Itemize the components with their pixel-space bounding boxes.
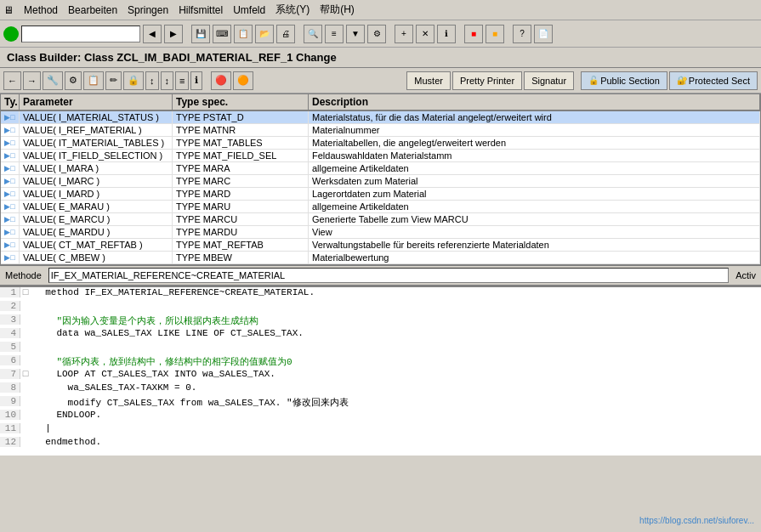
action-toolbar: ← → 🔧 ⚙ 📋 ✏ 🔒 ↕ ↕ ≡ ℹ 🔴 🟠 Muster Pretty … — [0, 68, 761, 93]
signatur-btn[interactable]: Signatur — [524, 71, 574, 90]
cell-description: Materialnummer — [309, 124, 760, 136]
menu-help[interactable]: 帮助(H) — [320, 3, 355, 17]
table-row[interactable]: ▶□ VALUE( IT_FIELD_SELECTION ) TYPE MAT_… — [1, 150, 760, 162]
method-input[interactable] — [48, 268, 729, 283]
print-btn[interactable]: 🖨 — [276, 25, 295, 43]
table-row[interactable]: ▶□ VALUE( CT_MAT_REFTAB ) TYPE MAT_REFTA… — [1, 239, 760, 252]
pretty-printer-btn[interactable]: Pretty Printer — [452, 71, 522, 90]
cell-typespec: TYPE MARDU — [173, 226, 309, 238]
code-line: 12 endmethod. — [0, 437, 761, 450]
line-number: 6 — [0, 355, 20, 365]
status-indicator — [3, 26, 19, 42]
line-content[interactable]: "循环内表，放到结构中，修结构中的相字段的值赋值为0 — [31, 355, 292, 368]
menu-hilfsmittel[interactable]: Hilfsmittel — [179, 4, 223, 16]
table-row[interactable]: ▶□ VALUE( E_MARAU ) TYPE MARU allgemeine… — [1, 201, 760, 213]
table-row[interactable]: ▶□ VALUE( I_REF_MATERIAL ) TYPE MATNR Ma… — [1, 124, 760, 137]
menu-icon: 🖥 — [3, 4, 14, 16]
nav-fwd-btn[interactable]: ▶ — [164, 25, 183, 43]
tool7-btn[interactable]: ↕ — [161, 71, 174, 90]
line-number: 5 — [0, 342, 20, 352]
tool5-btn[interactable]: 🔒 — [123, 71, 144, 90]
tool6-btn[interactable]: ↕ — [145, 71, 159, 90]
red-btn[interactable]: ■ — [464, 25, 483, 43]
code-line: 1 □ method IF_EX_MATERIAL_REFERENCE~CREA… — [0, 287, 761, 301]
code-line: 5 — [0, 342, 761, 355]
cell-typespec: TYPE MBEW — [173, 252, 309, 263]
line-number: 1 — [0, 287, 20, 297]
line-number: 3 — [0, 314, 20, 325]
muster-btn[interactable]: Muster — [406, 71, 451, 90]
tool8-btn[interactable]: ≡ — [175, 71, 189, 90]
line-content[interactable]: method IF_EX_MATERIAL_REFERENCE~CREATE_M… — [31, 287, 315, 297]
row-icon: ▶□ — [1, 188, 20, 200]
line-content[interactable]: wa_SALES_TAX-TAXKM = 0. — [31, 382, 196, 393]
new-btn[interactable]: + — [395, 25, 413, 43]
table-row[interactable]: ▶□ VALUE( IT_MATERIAL_TABLES ) TYPE MAT_… — [1, 137, 760, 150]
protected-section-btn[interactable]: 🔐 Protected Sect — [669, 71, 758, 90]
tool11-btn[interactable]: 🟠 — [233, 71, 253, 90]
cell-description: Materialstatus, für die das Material ang… — [309, 111, 760, 123]
line-content[interactable]: ENDLOOP. — [31, 410, 101, 420]
row-icon: ▶□ — [1, 137, 20, 149]
doc-btn[interactable]: 📄 — [534, 25, 553, 43]
menu-umfeld[interactable]: Umfeld — [233, 4, 265, 16]
tool4-btn[interactable]: ✏ — [105, 71, 122, 90]
title-bar: Class Builder: Class ZCL_IM_BADI_MATERIA… — [0, 48, 761, 68]
line-content[interactable]: modify CT_SALES_TAX from wa_SALES_TAX. "… — [31, 396, 349, 409]
col-parameter: Parameter — [20, 94, 173, 110]
tool10-btn[interactable]: 🔴 — [211, 71, 231, 90]
line-collapse-btn[interactable]: □ — [20, 287, 31, 297]
watermark: https://blog.csdn.net/siuforev... — [639, 516, 754, 525]
line-content[interactable]: LOOP AT CT_SALES_TAX INTO wa_SALES_TAX. — [31, 369, 275, 379]
cell-parameter: VALUE( IT_FIELD_SELECTION ) — [20, 150, 173, 161]
line-content[interactable]: "因为输入变量是个内表，所以根据内表生成结构 — [31, 314, 258, 327]
line-collapse-btn[interactable]: □ — [20, 369, 31, 379]
cell-typespec: TYPE PSTAT_D — [173, 111, 309, 123]
menu-springen[interactable]: Springen — [128, 4, 168, 16]
line-content[interactable]: endmethod. — [31, 437, 101, 447]
row-icon: ▶□ — [1, 213, 20, 225]
tool3-btn[interactable]: 📋 — [83, 71, 104, 90]
cell-description: Generierte Tabelle zum View MARCU — [309, 213, 760, 225]
menu-system[interactable]: 系统(Y) — [275, 3, 310, 17]
table-row[interactable]: ▶□ VALUE( I_MARC ) TYPE MARC Werksdaten … — [1, 175, 760, 188]
code-editor[interactable]: 1 □ method IF_EX_MATERIAL_REFERENCE~CREA… — [0, 287, 761, 456]
tool1-btn[interactable]: 🔧 — [43, 71, 63, 90]
code-section: 1 □ method IF_EX_MATERIAL_REFERENCE~CREA… — [0, 286, 761, 456]
find-btn[interactable]: 🔍 — [304, 25, 322, 43]
toolbar-input[interactable] — [21, 25, 140, 42]
copy-btn[interactable]: 📋 — [234, 25, 253, 43]
shortcut-btn[interactable]: ⌨ — [213, 25, 231, 43]
info-btn[interactable]: ℹ — [437, 25, 456, 43]
line-content[interactable]: data wa_SALES_TAX LIKE LINE OF CT_SALES_… — [31, 328, 304, 338]
orange-btn[interactable]: ■ — [486, 25, 504, 43]
menu-bearbeiten[interactable]: Bearbeiten — [68, 4, 117, 16]
table-row[interactable]: ▶□ VALUE( E_MARDU ) TYPE MARDU View — [1, 226, 760, 239]
table-row[interactable]: ▶□ VALUE( I_MATERIAL_STATUS ) TYPE PSTAT… — [1, 111, 760, 124]
table-row[interactable]: ▶□ VALUE( I_MARD ) TYPE MARD Lagerortdat… — [1, 188, 760, 201]
tool2-btn[interactable]: ⚙ — [65, 71, 82, 90]
settings-btn[interactable]: ⚙ — [367, 25, 386, 43]
code-line: 10 ENDLOOP. — [0, 410, 761, 423]
nav-back-btn[interactable]: ◀ — [143, 25, 162, 43]
table-row[interactable]: ▶□ VALUE( I_MARA ) TYPE MARA allgemeine … — [1, 162, 760, 175]
back-btn[interactable]: ← — [3, 71, 21, 90]
menu-method[interactable]: Method — [24, 4, 58, 16]
filter-btn[interactable]: ▼ — [346, 25, 365, 43]
forward-btn[interactable]: → — [23, 71, 41, 90]
tool9-btn[interactable]: ℹ — [190, 71, 202, 90]
method-label: Methode — [5, 270, 42, 280]
table-row[interactable]: ▶□ VALUE( E_MARCU ) TYPE MARCU Generiert… — [1, 213, 760, 226]
list-btn[interactable]: ≡ — [325, 25, 344, 43]
delete-btn[interactable]: ✕ — [416, 25, 434, 43]
table-row[interactable]: ▶□ VALUE( C_MBEW ) TYPE MBEW Materialbew… — [1, 252, 760, 264]
public-section-btn[interactable]: 🔓 Public Section — [581, 71, 667, 90]
cell-parameter: VALUE( E_MARDU ) — [20, 226, 173, 238]
help2-btn[interactable]: ? — [513, 25, 531, 43]
open-btn[interactable]: 📂 — [255, 25, 274, 43]
line-content[interactable]: | — [31, 423, 51, 433]
save-btn[interactable]: 💾 — [191, 25, 210, 43]
parameter-table: Ty. Parameter Type spec. Description ▶□ … — [0, 93, 761, 265]
cell-parameter: VALUE( I_MARC ) — [20, 175, 173, 187]
code-line: 11 | — [0, 423, 761, 437]
